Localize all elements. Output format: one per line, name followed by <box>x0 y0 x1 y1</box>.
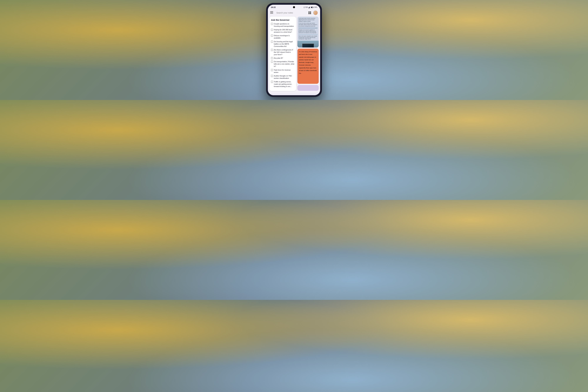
camera-notch <box>293 6 295 8</box>
orange-note-text: I'm Jules Wang of Pocketnow and here's t… <box>299 51 317 74</box>
checklist-text-5: Are there contingencies if the SJC doesn… <box>274 49 294 56</box>
checkbox-2[interactable] <box>271 29 273 31</box>
list-item: Hoping for 200-300 level answers in a sh… <box>271 28 294 33</box>
svg-rect-7 <box>270 11 273 12</box>
checklist-text-8: Task force for revenue action <box>274 69 294 74</box>
monitor-screen <box>302 44 314 48</box>
grid-view-icon[interactable] <box>308 11 312 14</box>
checklist-text-6: Any plan B? <box>274 57 283 59</box>
checkbox-10[interactable] <box>271 81 273 83</box>
list-item: On housing and the legal battles on the … <box>271 40 294 48</box>
bluetooth-icon <box>303 6 305 8</box>
checklist-text-4: On housing and the legal battles on the … <box>274 40 294 48</box>
checklist-text-1: Couple questions on housing and transpor… <box>274 23 294 27</box>
note-card-orange[interactable]: I'm Jules Wang of Pocketnow and here's t… <box>298 49 319 84</box>
list-item: Deluxe monologue is available <box>271 34 294 39</box>
svg-rect-1 <box>309 7 309 8</box>
list-item: Auditor Dizoglio on TNC worker classific… <box>271 75 294 79</box>
bottom-fade <box>268 92 320 95</box>
note-card-third[interactable] <box>298 85 319 91</box>
signal-icon <box>308 6 310 8</box>
checkbox-6[interactable] <box>271 57 273 59</box>
checklist-text-7: On transportation, if border tolls are a… <box>274 60 294 68</box>
checkbox-5[interactable] <box>271 49 273 51</box>
list-item: Are there contingencies if the SJC doesn… <box>271 49 294 56</box>
list-item: Traffic is getting worse, roads are gett… <box>271 80 294 88</box>
checkbox-1[interactable] <box>271 23 273 25</box>
status-time: 18:22 <box>271 6 276 8</box>
search-right-icons <box>308 10 318 15</box>
search-input[interactable]: Search your notes <box>274 11 307 15</box>
signal-text: SGI <box>305 6 308 8</box>
phone-screen: 18:22 SGI <box>268 5 320 95</box>
search-bar[interactable]: Search your notes <box>268 9 320 16</box>
avatar[interactable] <box>313 10 318 15</box>
search-placeholder: Search your notes <box>276 12 293 14</box>
list-item: Task force for revenue action <box>271 69 294 74</box>
right-column: Lorem ipsum dolor sit amet consectetur a… <box>298 16 319 91</box>
checkbox-9[interactable] <box>271 75 273 77</box>
checkbox-8[interactable] <box>271 69 273 71</box>
svg-rect-0 <box>308 8 309 8</box>
note-card-document[interactable]: Lorem ipsum dolor sit amet consectetur a… <box>298 16 319 48</box>
list-item: On transportation, if border tolls are a… <box>271 60 294 68</box>
checkbox-3[interactable] <box>271 35 273 36</box>
phone-device: 18:22 SGI <box>266 3 322 97</box>
status-bar: 18:22 SGI <box>268 5 320 9</box>
checklist-text-2: Hoping for 200-300 level answers in a sh… <box>274 28 294 33</box>
monitor-area <box>298 41 319 48</box>
list-item: Couple questions on housing and transpor… <box>271 23 294 27</box>
checklist-text-10: Traffic is getting worse, roads are gett… <box>274 80 294 88</box>
checkbox-7[interactable] <box>271 61 273 62</box>
svg-rect-8 <box>270 12 273 13</box>
status-icons: SGI 54% <box>303 6 317 8</box>
checkbox-4[interactable] <box>271 41 273 42</box>
note-title: Ask the Governor <box>271 19 294 21</box>
hamburger-icon[interactable] <box>270 11 273 14</box>
svg-rect-2 <box>310 7 310 8</box>
content-area: Ask the Governor Couple questions on hou… <box>268 16 320 92</box>
svg-rect-6 <box>311 7 312 8</box>
svg-rect-3 <box>310 6 310 8</box>
list-item: Any plan B? <box>271 57 294 59</box>
svg-rect-9 <box>270 13 273 14</box>
svg-rect-5 <box>313 7 314 8</box>
note-card-governor[interactable]: Ask the Governor Couple questions on hou… <box>269 16 296 91</box>
battery-icon <box>311 6 314 8</box>
checklist-text-3: Deluxe monologue is available <box>274 34 294 39</box>
checklist-text-9: Auditor Dizoglio on TNC worker classific… <box>274 75 294 79</box>
battery-percent: 54% <box>314 6 317 8</box>
